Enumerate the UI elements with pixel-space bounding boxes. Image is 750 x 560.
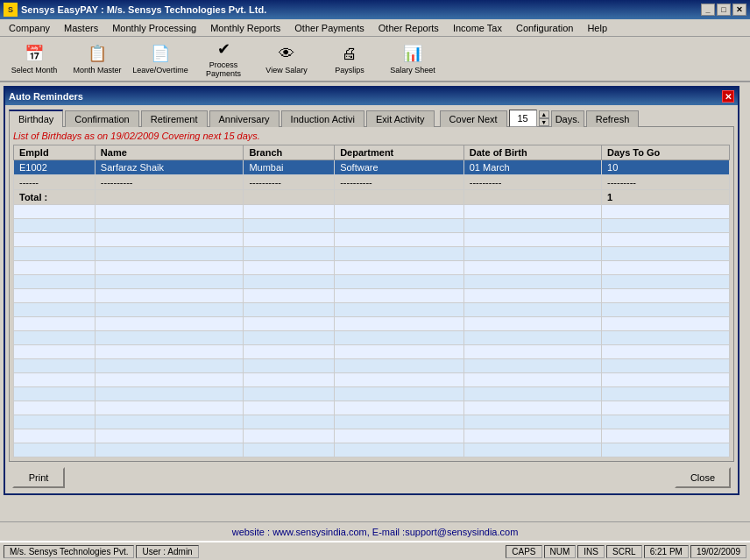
table-row-empty bbox=[14, 345, 730, 359]
total-row: Total :1 bbox=[14, 190, 730, 205]
taskbar: M/s. Sensys Technologies Pvt. User : Adm… bbox=[0, 541, 750, 560]
dialog-overlay: Auto Reminders ✕ Birthday Confirmation R… bbox=[0, 82, 750, 521]
dialog-title: Auto Reminders bbox=[9, 91, 83, 102]
table-row-empty bbox=[14, 233, 730, 247]
menu-other-reports[interactable]: Other Reports bbox=[371, 21, 446, 35]
leave-icon: 📄 bbox=[150, 43, 171, 64]
salary-sheet-icon: 📊 bbox=[402, 43, 423, 64]
tab-exit-activity[interactable]: Exit Activity bbox=[366, 110, 435, 127]
table-row-empty bbox=[14, 359, 730, 373]
col-header-days-to-go: Days To Go bbox=[602, 145, 730, 160]
tab-confirmation[interactable]: Confirmation bbox=[65, 110, 138, 127]
col-header-name: Name bbox=[95, 145, 244, 160]
spin-up-button[interactable]: ▲ bbox=[539, 110, 549, 118]
menu-monthly-processing[interactable]: Monthly Processing bbox=[105, 21, 203, 35]
col-header-empid: EmpId bbox=[14, 145, 96, 160]
table-row-empty bbox=[14, 219, 730, 233]
taskbar-time: 6:21 PM bbox=[644, 545, 689, 558]
table-row-empty bbox=[14, 261, 730, 275]
dialog-footer: Print Close bbox=[5, 462, 738, 493]
table-row-empty bbox=[14, 331, 730, 345]
tab-induction-activity[interactable]: Induction Activi bbox=[281, 110, 364, 127]
view-icon: 👁 bbox=[276, 43, 297, 64]
window-controls[interactable]: _ □ ✕ bbox=[701, 4, 746, 16]
month-master-label: Month Master bbox=[73, 66, 121, 74]
leave-overtime-button[interactable]: 📄 Leave/Overtime bbox=[130, 39, 191, 79]
table-row-empty bbox=[14, 415, 730, 429]
month-master-button[interactable]: 📋 Month Master bbox=[67, 39, 128, 79]
toolbar: 📅 Select Month 📋 Month Master 📄 Leave/Ov… bbox=[0, 37, 750, 82]
col-header-department: Department bbox=[335, 145, 464, 160]
print-button[interactable]: Print bbox=[12, 467, 65, 488]
taskbar-scrl: SCRL bbox=[606, 545, 642, 558]
table-row-empty bbox=[14, 387, 730, 401]
maximize-button[interactable]: □ bbox=[717, 4, 731, 16]
table-row-empty bbox=[14, 443, 730, 457]
close-button[interactable]: ✕ bbox=[732, 4, 746, 16]
process-payments-label: Process Payments bbox=[195, 60, 251, 78]
table-row-empty bbox=[14, 289, 730, 303]
table-row-empty bbox=[14, 275, 730, 289]
days-label: Days. bbox=[551, 110, 584, 127]
cover-next-label: Cover Next bbox=[440, 110, 507, 127]
menu-monthly-reports[interactable]: Monthly Reports bbox=[203, 21, 287, 35]
menu-income-tax[interactable]: Income Tax bbox=[446, 21, 509, 35]
app-title: Sensys EasyPAY : M/s. Sensys Technologie… bbox=[21, 4, 266, 15]
table-row-empty bbox=[14, 401, 730, 415]
spin-down-button[interactable]: ▼ bbox=[539, 118, 549, 126]
view-salary-button[interactable]: 👁 View Salary bbox=[256, 39, 317, 79]
table-row-empty bbox=[14, 205, 730, 219]
app-icon: S bbox=[4, 3, 18, 17]
taskbar-left: M/s. Sensys Technologies Pvt. User : Adm… bbox=[4, 545, 199, 558]
minimize-button[interactable]: _ bbox=[701, 4, 715, 16]
menu-configuration[interactable]: Configuration bbox=[509, 21, 580, 35]
payslip-icon: 🖨 bbox=[339, 43, 360, 64]
table-row[interactable]: ----------------------------------------… bbox=[14, 175, 730, 190]
salary-sheet-button[interactable]: 📊 Salary Sheet bbox=[382, 39, 443, 79]
process-icon: ✔ bbox=[213, 39, 234, 59]
dialog-close-button[interactable]: ✕ bbox=[722, 90, 734, 103]
col-header-dob: Date of Birth bbox=[463, 145, 601, 160]
view-salary-label: View Salary bbox=[265, 66, 307, 74]
title-bar: S Sensys EasyPAY : M/s. Sensys Technolog… bbox=[0, 0, 750, 19]
days-spinner: ▲ ▼ bbox=[539, 110, 549, 126]
tab-content: List of Birthdays as on 19/02/2009 Cover… bbox=[9, 126, 734, 462]
list-header: List of Birthdays as on 19/02/2009 Cover… bbox=[13, 131, 730, 141]
table-row-empty bbox=[14, 303, 730, 317]
select-month-button[interactable]: 📅 Select Month bbox=[4, 39, 65, 79]
select-month-label: Select Month bbox=[11, 66, 58, 74]
tab-birthday[interactable]: Birthday bbox=[9, 110, 63, 127]
taskbar-user: User : Admin bbox=[136, 545, 198, 558]
payslips-button[interactable]: 🖨 Payslips bbox=[319, 39, 380, 79]
menu-company[interactable]: Company bbox=[2, 21, 57, 35]
menu-help[interactable]: Help bbox=[580, 21, 614, 35]
close-dialog-button[interactable]: Close bbox=[675, 467, 731, 488]
salary-sheet-label: Salary Sheet bbox=[390, 66, 435, 74]
calendar-icon: 📅 bbox=[24, 43, 45, 64]
table-row-empty bbox=[14, 373, 730, 387]
menu-other-payments[interactable]: Other Payments bbox=[287, 21, 371, 35]
table-row[interactable]: E1002Sarfaraz ShaikMumbaiSoftware01 Marc… bbox=[14, 160, 730, 175]
taskbar-num: NUM bbox=[544, 545, 577, 558]
taskbar-caps: CAPS bbox=[506, 545, 541, 558]
main-content: Auto Reminders ✕ Birthday Confirmation R… bbox=[0, 82, 750, 521]
taskbar-ins: INS bbox=[577, 545, 605, 558]
tab-retirement[interactable]: Retirement bbox=[141, 110, 208, 127]
tab-anniversary[interactable]: Anniversary bbox=[209, 110, 279, 127]
auto-reminders-dialog: Auto Reminders ✕ Birthday Confirmation R… bbox=[4, 86, 739, 495]
leave-overtime-label: Leave/Overtime bbox=[132, 66, 188, 74]
table-row-empty bbox=[14, 429, 730, 443]
dialog-title-bar: Auto Reminders ✕ bbox=[5, 88, 738, 105]
payslips-label: Payslips bbox=[335, 66, 364, 74]
col-header-branch: Branch bbox=[244, 145, 335, 160]
data-table: EmpId Name Branch Department Date of Bir… bbox=[13, 145, 730, 457]
days-input[interactable] bbox=[509, 110, 537, 127]
menu-bar: Company Masters Monthly Processing Month… bbox=[0, 19, 750, 37]
table-row-empty bbox=[14, 247, 730, 261]
process-payments-button[interactable]: ✔ Process Payments bbox=[193, 39, 254, 79]
taskbar-date: 19/02/2009 bbox=[690, 545, 746, 558]
status-text: website : www.sensysindia.com, E-mail :s… bbox=[232, 527, 519, 537]
status-bar: website : www.sensysindia.com, E-mail :s… bbox=[0, 521, 750, 541]
menu-masters[interactable]: Masters bbox=[57, 21, 105, 35]
refresh-button[interactable]: Refresh bbox=[586, 110, 640, 127]
